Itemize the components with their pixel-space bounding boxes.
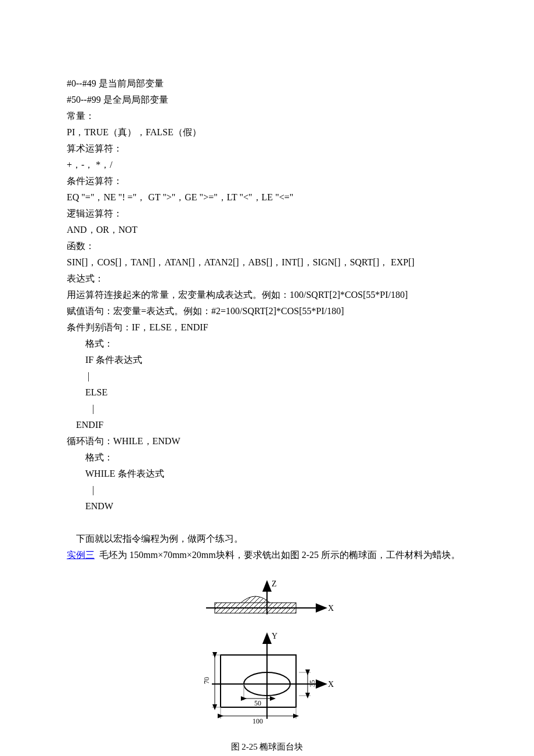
text-line: 赋值语句：宏变量=表达式。例如：#2=100/SQRT[2]*COS[55*PI… xyxy=(67,303,467,319)
top-view: Y X 50 100 70 xyxy=(203,632,334,725)
text-line: IF 条件表达式 xyxy=(67,352,467,368)
text-line: 格式： xyxy=(67,449,467,466)
text-line: 循环语句：WHILE，ENDW xyxy=(67,433,467,449)
text-line: 格式： xyxy=(67,336,467,352)
text-line: 用运算符连接起来的常量，宏变量构成表达式。例如：100/SQRT[2]*COS[… xyxy=(67,287,467,303)
dim-label: 70 xyxy=(203,677,211,684)
text-span: 毛坯为 150mm×70mm×20mm块料，要求铣出如图 2-25 所示的椭球面… xyxy=(95,550,460,560)
text-line: ENDIF xyxy=(67,417,467,433)
axis-label-z: Z xyxy=(272,579,277,588)
text-line: SIN[]，COS[]，TAN[]，ATAN[]，ATAN2[]，ABS[]，I… xyxy=(67,254,467,271)
text-line: EQ "="，NE "! ="， GT ">"，GE ">="，LT "<"，L… xyxy=(67,189,467,206)
text-line: 逻辑运算符： xyxy=(67,206,467,222)
text-line: 函数： xyxy=(67,238,467,254)
text-line: ENDW xyxy=(67,498,467,514)
text-line: WHILE 条件表达式 xyxy=(67,466,467,482)
text-line: 常量： xyxy=(67,108,467,124)
text-line: 条件运算符： xyxy=(67,173,467,189)
text-line: | xyxy=(67,482,467,498)
text-line: 表达式： xyxy=(67,271,467,287)
text-line: | xyxy=(67,368,467,384)
text-line: 算术运算符： xyxy=(67,141,467,157)
text-line: #0--#49 是当前局部变量 xyxy=(67,75,467,92)
text-line: 条件判别语句：IF，ELSE，ENDIF xyxy=(67,319,467,336)
text-line: #50--#99 是全局局部变量 xyxy=(67,92,467,108)
dim-label: 50 xyxy=(254,699,261,707)
side-view: Z X xyxy=(206,579,334,614)
figure-2-25: Z X Y X 50 xyxy=(67,579,467,754)
text-line: +，-， *，/ xyxy=(67,157,467,173)
figure-caption: 图 2-25 椭球面台块 xyxy=(67,739,467,754)
diagram-svg: Z X Y X 50 xyxy=(180,579,354,730)
axis-label-x: X xyxy=(328,604,334,613)
text-line: ELSE xyxy=(67,384,467,401)
blank-line xyxy=(67,514,467,531)
text-line: 实例三 毛坯为 150mm×70mm×20mm块料，要求铣出如图 2-25 所示… xyxy=(67,547,467,563)
text-line: | xyxy=(67,401,467,417)
axis-label-y: Y xyxy=(272,632,277,640)
dim-label: 100 xyxy=(252,717,263,725)
example-link[interactable]: 实例三 xyxy=(67,550,95,560)
dim-label: 35 xyxy=(308,680,316,687)
text-line: PI，TRUE（真），FALSE（假） xyxy=(67,124,467,141)
axis-label-x2: X xyxy=(328,680,334,689)
text-line: 下面就以宏指令编程为例，做两个练习。 xyxy=(67,531,467,547)
text-line: AND，OR，NOT xyxy=(67,222,467,238)
